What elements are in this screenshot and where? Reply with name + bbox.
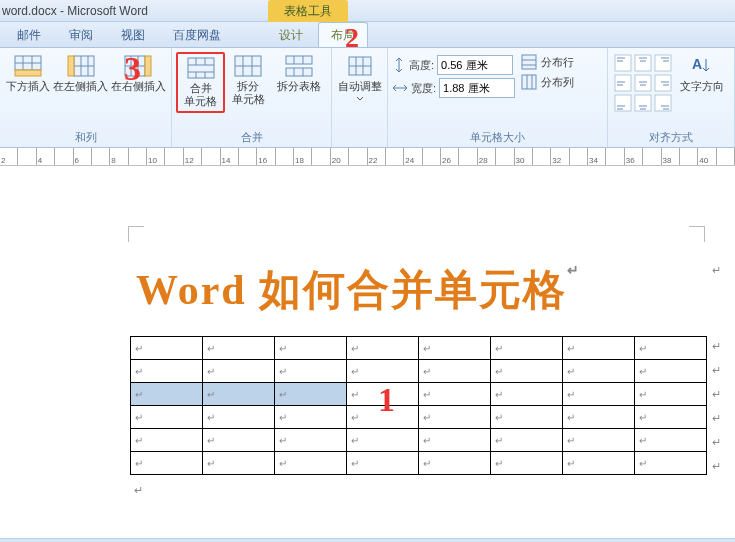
table-cell[interactable]: ↵ bbox=[347, 360, 419, 383]
autofit-button[interactable]: 自动调整 bbox=[336, 52, 383, 105]
table-cell[interactable]: ↵ bbox=[491, 406, 563, 429]
table-cell[interactable]: ↵ bbox=[491, 429, 563, 452]
align-bot-center-button[interactable] bbox=[634, 94, 652, 112]
text-direction-label: 文字方向 bbox=[680, 80, 724, 93]
table-cell[interactable]: ↵ bbox=[563, 429, 635, 452]
table-cell[interactable]: ↵ bbox=[635, 337, 707, 360]
table-row[interactable]: ↵↵↵↵↵↵↵↵ bbox=[131, 429, 707, 452]
table-row[interactable]: ↵↵↵↵↵↵↵↵ bbox=[131, 383, 707, 406]
group-autofit-title bbox=[336, 143, 383, 147]
svg-rect-15 bbox=[188, 58, 214, 78]
table-cell[interactable]: ↵ bbox=[635, 452, 707, 475]
tab-row: 邮件 审阅 视图 百度网盘 设计 布局 bbox=[0, 22, 735, 48]
align-bot-right-button[interactable] bbox=[654, 94, 672, 112]
table-cell[interactable]: ↵ bbox=[203, 337, 275, 360]
table-cell[interactable]: ↵ bbox=[491, 452, 563, 475]
table-cell[interactable]: ↵ bbox=[635, 360, 707, 383]
tab-mail[interactable]: 邮件 bbox=[4, 22, 54, 47]
insert-left-button[interactable]: 在左侧插入 bbox=[52, 52, 109, 96]
distribute-rows-button[interactable]: 分布行 bbox=[521, 54, 574, 70]
table-cell[interactable]: ↵ bbox=[131, 383, 203, 406]
tab-design[interactable]: 设计 bbox=[266, 22, 316, 47]
table-cell[interactable]: ↵ bbox=[419, 360, 491, 383]
table-cell[interactable]: ↵ bbox=[563, 360, 635, 383]
table-cell[interactable]: ↵ bbox=[347, 429, 419, 452]
table-cell[interactable]: ↵ bbox=[347, 337, 419, 360]
table-cell[interactable]: ↵ bbox=[635, 429, 707, 452]
table-cell[interactable]: ↵ bbox=[203, 406, 275, 429]
table-cell[interactable]: ↵ bbox=[275, 429, 347, 452]
table-cell[interactable]: ↵ bbox=[491, 337, 563, 360]
svg-rect-51 bbox=[615, 75, 631, 91]
merge-cells-label: 合并 单元格 bbox=[184, 82, 217, 108]
table-row[interactable]: ↵↵↵↵↵↵↵↵ bbox=[131, 452, 707, 475]
merge-cells-button[interactable]: 合并 单元格 bbox=[176, 52, 225, 113]
table-cell[interactable]: ↵ bbox=[563, 383, 635, 406]
table-cell[interactable]: ↵ bbox=[275, 337, 347, 360]
tab-baidu[interactable]: 百度网盘 bbox=[160, 22, 234, 47]
table-cell[interactable]: ↵ bbox=[419, 406, 491, 429]
align-top-center-button[interactable] bbox=[634, 54, 652, 72]
table-row[interactable]: ↵↵↵↵↵↵↵↵ bbox=[131, 360, 707, 383]
table-cell[interactable]: ↵ bbox=[131, 360, 203, 383]
table-cell[interactable]: ↵ bbox=[131, 452, 203, 475]
table-cell[interactable]: ↵ bbox=[275, 452, 347, 475]
table-cell[interactable]: ↵ bbox=[563, 337, 635, 360]
table-cell[interactable]: ↵ bbox=[419, 452, 491, 475]
table-cell[interactable]: ↵ bbox=[347, 452, 419, 475]
svg-text:A: A bbox=[692, 56, 702, 72]
tab-view[interactable]: 视图 bbox=[108, 22, 158, 47]
distribute-cols-label: 分布列 bbox=[541, 75, 574, 90]
table-cell[interactable]: ↵ bbox=[491, 360, 563, 383]
tab-layout[interactable]: 布局 bbox=[318, 22, 368, 47]
align-bot-left-button[interactable] bbox=[614, 94, 632, 112]
split-table-button[interactable]: 拆分表格 bbox=[271, 52, 327, 96]
table-cell[interactable]: ↵ bbox=[203, 360, 275, 383]
paragraph-mark: ↵ bbox=[712, 388, 721, 401]
distribute-cols-button[interactable]: 分布列 bbox=[521, 74, 574, 90]
unmerge-cells-button[interactable]: 拆分 单元格 bbox=[225, 52, 271, 109]
align-mid-right-button[interactable] bbox=[654, 74, 672, 92]
tab-review[interactable]: 审阅 bbox=[56, 22, 106, 47]
table-cell[interactable]: ↵ bbox=[635, 383, 707, 406]
col-width-icon bbox=[392, 81, 408, 95]
align-top-left-button[interactable] bbox=[614, 54, 632, 72]
insert-below-button[interactable]: 下方插入 bbox=[4, 52, 52, 96]
insert-below-label: 下方插入 bbox=[6, 80, 50, 93]
table-cell[interactable]: ↵ bbox=[275, 383, 347, 406]
text-direction-button[interactable]: A 文字方向 bbox=[674, 52, 730, 96]
align-mid-center-button[interactable] bbox=[634, 74, 652, 92]
table-cell[interactable]: ↵ bbox=[131, 337, 203, 360]
table-cell[interactable]: ↵ bbox=[275, 406, 347, 429]
table-cell[interactable]: ↵ bbox=[563, 452, 635, 475]
status-bar bbox=[0, 538, 735, 542]
paragraph-mark: ↵ bbox=[712, 364, 721, 377]
document-area[interactable]: Word 如何合并单元格↵ ↵↵↵↵↵↵↵↵↵↵↵↵↵↵↵↵↵↵↵↵↵↵↵↵↵↵… bbox=[0, 166, 735, 538]
table-row[interactable]: ↵↵↵↵↵↵↵↵ bbox=[131, 337, 707, 360]
svg-rect-42 bbox=[615, 55, 631, 71]
align-mid-left-button[interactable] bbox=[614, 74, 632, 92]
row-height-input[interactable] bbox=[437, 55, 513, 75]
table-cell[interactable]: ↵ bbox=[419, 383, 491, 406]
table-cell[interactable]: ↵ bbox=[131, 429, 203, 452]
table-cell[interactable]: ↵ bbox=[275, 360, 347, 383]
horizontal-ruler[interactable]: 246810121416182022242628303234363840 bbox=[0, 148, 735, 166]
group-merge-title: 合并 bbox=[176, 128, 327, 147]
col-width-input[interactable] bbox=[439, 78, 515, 98]
table-cell[interactable]: ↵ bbox=[203, 383, 275, 406]
col-width-control[interactable]: 宽度: bbox=[392, 78, 515, 98]
table-row[interactable]: ↵↵↵↵↵↵↵↵ bbox=[131, 406, 707, 429]
table-cell[interactable]: ↵ bbox=[563, 406, 635, 429]
paragraph-mark: ↵ bbox=[134, 484, 143, 497]
table-cell[interactable]: ↵ bbox=[203, 429, 275, 452]
crop-mark-icon bbox=[128, 226, 144, 242]
row-height-control[interactable]: 高度: bbox=[392, 55, 515, 75]
table-cell[interactable]: ↵ bbox=[491, 383, 563, 406]
document-table[interactable]: ↵↵↵↵↵↵↵↵↵↵↵↵↵↵↵↵↵↵↵↵↵↵↵↵↵↵↵↵↵↵↵↵↵↵↵↵↵↵↵↵… bbox=[130, 336, 707, 475]
table-cell[interactable]: ↵ bbox=[419, 429, 491, 452]
align-top-right-button[interactable] bbox=[654, 54, 672, 72]
table-cell[interactable]: ↵ bbox=[203, 452, 275, 475]
table-cell[interactable]: ↵ bbox=[635, 406, 707, 429]
table-cell[interactable]: ↵ bbox=[131, 406, 203, 429]
table-cell[interactable]: ↵ bbox=[419, 337, 491, 360]
